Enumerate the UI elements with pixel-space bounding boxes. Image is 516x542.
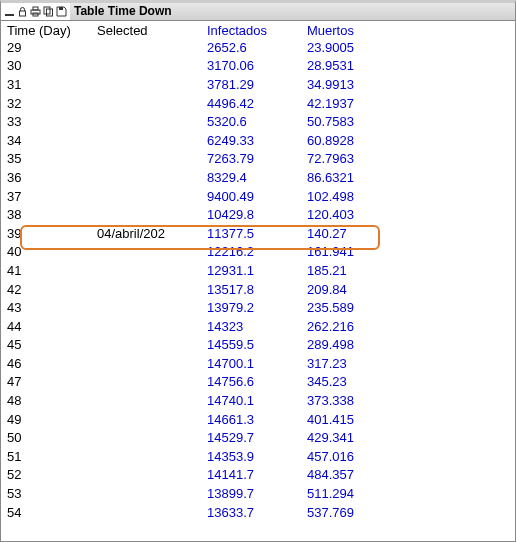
copy-icon[interactable] — [42, 5, 55, 18]
cell-time: 51 — [7, 449, 97, 464]
table-row[interactable]: 4814740.1373.338 — [1, 391, 515, 410]
cell-time: 44 — [7, 319, 97, 334]
cell-infectados: 4496.42 — [207, 96, 307, 111]
table-body: 292652.623.9005303170.0628.9531313781.29… — [1, 38, 515, 521]
table-row[interactable]: 5114353.9457.016 — [1, 447, 515, 466]
svg-rect-1 — [20, 11, 26, 16]
cell-infectados: 2652.6 — [207, 40, 307, 55]
col-time[interactable]: Time (Day) — [7, 23, 97, 38]
table-row[interactable]: 5214141.7484.357 — [1, 466, 515, 485]
cell-infectados: 8329.4 — [207, 170, 307, 185]
cell-time: 40 — [7, 244, 97, 259]
cell-muertos: 86.6321 — [307, 170, 407, 185]
cell-time: 32 — [7, 96, 97, 111]
cell-time: 30 — [7, 58, 97, 73]
cell-infectados: 14700.1 — [207, 356, 307, 371]
cell-infectados: 5320.6 — [207, 114, 307, 129]
table-row[interactable]: 4414323262.216 — [1, 317, 515, 336]
table-row[interactable]: 5313899.7511.294 — [1, 484, 515, 503]
cell-time: 29 — [7, 40, 97, 55]
table-header: Time (Day) Selected Infectados Muertos — [1, 21, 515, 38]
cell-time: 54 — [7, 505, 97, 520]
cell-time: 46 — [7, 356, 97, 371]
table-row[interactable]: 292652.623.9005 — [1, 38, 515, 57]
table-row[interactable]: 379400.49102.498 — [1, 187, 515, 206]
cell-muertos: 72.7963 — [307, 151, 407, 166]
cell-time: 53 — [7, 486, 97, 501]
cell-infectados: 13899.7 — [207, 486, 307, 501]
cell-time: 31 — [7, 77, 97, 92]
table-row[interactable]: 368329.486.6321 — [1, 168, 515, 187]
cell-infectados: 3781.29 — [207, 77, 307, 92]
cell-infectados: 3170.06 — [207, 58, 307, 73]
cell-selected: 04/abril/202 — [97, 226, 207, 241]
cell-infectados: 14323 — [207, 319, 307, 334]
col-selected[interactable]: Selected — [97, 23, 207, 38]
cell-infectados: 13979.2 — [207, 300, 307, 315]
cell-time: 39 — [7, 226, 97, 241]
cell-muertos: 185.21 — [307, 263, 407, 278]
cell-infectados: 12216.2 — [207, 244, 307, 259]
cell-muertos: 102.498 — [307, 189, 407, 204]
cell-time: 52 — [7, 467, 97, 482]
cell-muertos: 120.403 — [307, 207, 407, 222]
cell-muertos: 401.415 — [307, 412, 407, 427]
cell-infectados: 14353.9 — [207, 449, 307, 464]
save-icon[interactable] — [55, 5, 68, 18]
cell-muertos: 345.23 — [307, 374, 407, 389]
table-row[interactable]: 4714756.6345.23 — [1, 373, 515, 392]
lock-icon[interactable] — [16, 5, 29, 18]
cell-time: 45 — [7, 337, 97, 352]
cell-time: 43 — [7, 300, 97, 315]
table-row[interactable]: 335320.650.7583 — [1, 112, 515, 131]
cell-infectados: 7263.79 — [207, 151, 307, 166]
cell-muertos: 23.9005 — [307, 40, 407, 55]
cell-muertos: 289.498 — [307, 337, 407, 352]
cell-infectados: 14740.1 — [207, 393, 307, 408]
table-row[interactable]: 3904/abril/20211377.5140.27 — [1, 224, 515, 243]
table-row[interactable]: 4012216.2161.941 — [1, 243, 515, 262]
cell-infectados: 11377.5 — [207, 226, 307, 241]
cell-time: 37 — [7, 189, 97, 204]
cell-infectados: 14661.3 — [207, 412, 307, 427]
cell-time: 38 — [7, 207, 97, 222]
cell-time: 36 — [7, 170, 97, 185]
table-row[interactable]: 4614700.1317.23 — [1, 354, 515, 373]
cell-infectados: 14529.7 — [207, 430, 307, 445]
print-icon[interactable] — [29, 5, 42, 18]
cell-infectados: 14141.7 — [207, 467, 307, 482]
cell-muertos: 28.9531 — [307, 58, 407, 73]
titlebar: Table Time Down — [1, 3, 515, 21]
svg-rect-7 — [59, 7, 63, 10]
table-row[interactable]: 4514559.5289.498 — [1, 336, 515, 355]
cell-time: 42 — [7, 282, 97, 297]
table-row[interactable]: 357263.7972.7963 — [1, 150, 515, 169]
window-controls — [1, 5, 70, 18]
cell-infectados: 14559.5 — [207, 337, 307, 352]
table-row[interactable]: 4112931.1185.21 — [1, 261, 515, 280]
cell-time: 33 — [7, 114, 97, 129]
table-row[interactable]: 3810429.8120.403 — [1, 205, 515, 224]
minimize-icon[interactable] — [3, 5, 16, 18]
cell-time: 49 — [7, 412, 97, 427]
table-row[interactable]: 303170.0628.9531 — [1, 57, 515, 76]
cell-infectados: 9400.49 — [207, 189, 307, 204]
cell-infectados: 14756.6 — [207, 374, 307, 389]
cell-muertos: 60.8928 — [307, 133, 407, 148]
table-row[interactable]: 313781.2934.9913 — [1, 75, 515, 94]
table-row[interactable]: 4213517.8209.84 — [1, 280, 515, 299]
cell-infectados: 10429.8 — [207, 207, 307, 222]
table-row[interactable]: 4313979.2235.589 — [1, 298, 515, 317]
col-infectados[interactable]: Infectados — [207, 23, 307, 38]
cell-infectados: 6249.33 — [207, 133, 307, 148]
table-row[interactable]: 346249.3360.8928 — [1, 131, 515, 150]
table-row[interactable]: 324496.4242.1937 — [1, 94, 515, 113]
cell-muertos: 537.769 — [307, 505, 407, 520]
table-row[interactable]: 5413633.7537.769 — [1, 503, 515, 522]
cell-muertos: 209.84 — [307, 282, 407, 297]
col-muertos[interactable]: Muertos — [307, 23, 407, 38]
cell-time: 35 — [7, 151, 97, 166]
cell-muertos: 484.357 — [307, 467, 407, 482]
table-row[interactable]: 5014529.7429.341 — [1, 428, 515, 447]
table-row[interactable]: 4914661.3401.415 — [1, 410, 515, 429]
